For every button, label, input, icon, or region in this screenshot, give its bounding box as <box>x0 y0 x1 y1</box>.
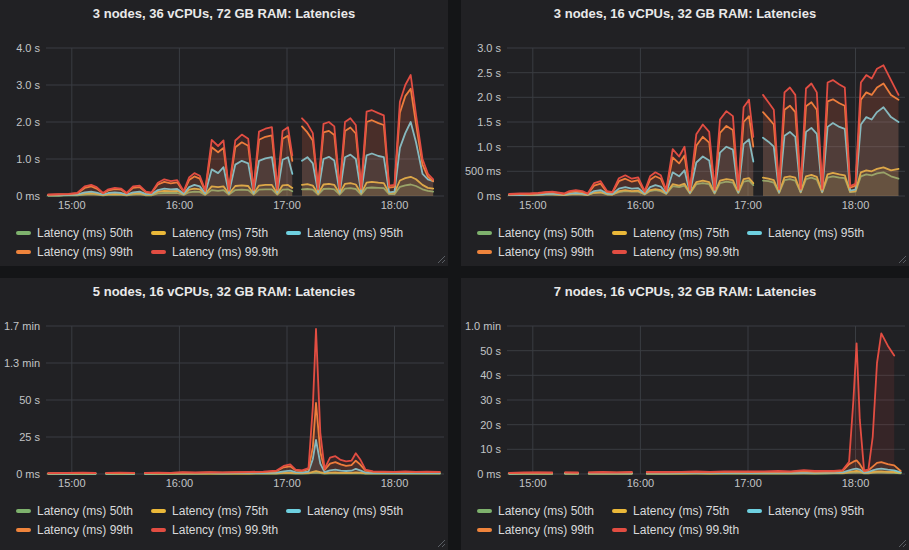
y-axis-tick-label: 25 s <box>19 431 40 443</box>
legend-item-latency-95th[interactable]: Latency (ms) 95th <box>747 227 864 239</box>
series-area-latency-99-9th <box>145 329 440 474</box>
x-axis-tick-label: 15:00 <box>58 199 86 211</box>
legend-label: Latency (ms) 99th <box>498 246 594 258</box>
x-axis-tick-label: 17:00 <box>734 477 762 489</box>
panel-resize-handle[interactable] <box>897 254 907 264</box>
x-axis-tick-label: 18:00 <box>842 477 870 489</box>
y-axis-tick-label: 0 ms <box>16 190 40 202</box>
legend-label: Latency (ms) 50th <box>37 227 133 239</box>
legend-swatch-latency-75th <box>151 509 166 513</box>
legend-swatch-latency-95th <box>286 231 301 235</box>
x-axis-tick-label: 18:00 <box>381 199 409 211</box>
y-axis-tick-label: 1.0 min <box>465 320 501 332</box>
legend-row: Latency (ms) 50thLatency (ms) 75thLatenc… <box>477 223 909 242</box>
y-axis-tick-label: 50 s <box>19 394 40 406</box>
latency-chart[interactable]: 0 ms10 s20 s30 s40 s50 s1.0 min15:0016:0… <box>461 310 909 498</box>
legend: Latency (ms) 50thLatency (ms) 75thLatenc… <box>0 498 448 539</box>
y-axis-tick-label: 40 s <box>480 369 501 381</box>
y-axis-tick-label: 20 s <box>480 419 501 431</box>
latency-chart[interactable]: 0 ms500 ms1.0 s1.5 s2.0 s2.5 s3.0 s15:00… <box>461 32 909 220</box>
panel-title[interactable]: 5 nodes, 16 vCPUs, 32 GB RAM: Latencies <box>0 278 448 310</box>
x-axis-tick-label: 16:00 <box>166 199 194 211</box>
latency-chart[interactable]: 0 ms1.0 s2.0 s3.0 s4.0 s15:0016:0017:001… <box>0 32 448 220</box>
legend-swatch-latency-50th <box>16 231 31 235</box>
legend-swatch-latency-99th <box>477 250 492 254</box>
series-area-latency-99-9th <box>509 100 753 196</box>
legend-label: Latency (ms) 75th <box>633 227 729 239</box>
legend-item-latency-99th[interactable]: Latency (ms) 99th <box>477 246 594 258</box>
dashboard-grid: 3 nodes, 36 vCPUs, 72 GB RAM: Latencies0… <box>0 0 909 550</box>
legend-label: Latency (ms) 99th <box>37 524 133 536</box>
panel-title[interactable]: 3 nodes, 16 vCPUs, 32 GB RAM: Latencies <box>461 0 909 32</box>
legend-label: Latency (ms) 95th <box>768 227 864 239</box>
legend-item-latency-99-9th[interactable]: Latency (ms) 99.9th <box>612 524 739 536</box>
legend-row: Latency (ms) 99thLatency (ms) 99.9th <box>477 520 909 539</box>
legend-swatch-latency-95th <box>286 509 301 513</box>
x-axis-tick-label: 16:00 <box>627 477 655 489</box>
legend-label: Latency (ms) 99.9th <box>172 246 278 258</box>
legend-item-latency-95th[interactable]: Latency (ms) 95th <box>747 505 864 517</box>
legend-item-latency-99-9th[interactable]: Latency (ms) 99.9th <box>151 524 278 536</box>
latency-panel: 5 nodes, 16 vCPUs, 32 GB RAM: Latencies0… <box>0 278 448 550</box>
legend-item-latency-99th[interactable]: Latency (ms) 99th <box>16 524 133 536</box>
legend-label: Latency (ms) 75th <box>633 505 729 517</box>
legend-item-latency-99th[interactable]: Latency (ms) 99th <box>477 524 594 536</box>
legend-item-latency-75th[interactable]: Latency (ms) 75th <box>151 505 268 517</box>
legend-item-latency-50th[interactable]: Latency (ms) 50th <box>477 505 594 517</box>
legend-swatch-latency-50th <box>16 509 31 513</box>
y-axis-tick-label: 10 s <box>480 443 501 455</box>
x-axis-tick-label: 16:00 <box>166 477 194 489</box>
legend: Latency (ms) 50thLatency (ms) 75thLatenc… <box>461 498 909 539</box>
latency-chart[interactable]: 0 ms25 s50 s1.3 min1.7 min15:0016:0017:0… <box>0 310 448 498</box>
legend-row: Latency (ms) 50thLatency (ms) 75thLatenc… <box>477 501 909 520</box>
legend-swatch-latency-95th <box>747 509 762 513</box>
legend-row: Latency (ms) 99thLatency (ms) 99.9th <box>16 520 448 539</box>
legend-swatch-latency-99th <box>477 528 492 532</box>
legend-item-latency-99-9th[interactable]: Latency (ms) 99.9th <box>151 246 278 258</box>
legend-label: Latency (ms) 95th <box>307 505 403 517</box>
panel-resize-handle[interactable] <box>897 538 907 548</box>
panel-resize-handle[interactable] <box>436 538 446 548</box>
x-axis-tick-label: 15:00 <box>519 199 547 211</box>
legend-item-latency-50th[interactable]: Latency (ms) 50th <box>16 505 133 517</box>
legend-label: Latency (ms) 95th <box>768 505 864 517</box>
panel-resize-handle[interactable] <box>436 254 446 264</box>
x-axis-tick-label: 17:00 <box>273 477 301 489</box>
legend-item-latency-95th[interactable]: Latency (ms) 95th <box>286 505 403 517</box>
legend-item-latency-99-9th[interactable]: Latency (ms) 99.9th <box>612 246 739 258</box>
legend-item-latency-50th[interactable]: Latency (ms) 50th <box>477 227 594 239</box>
latency-panel: 3 nodes, 36 vCPUs, 72 GB RAM: Latencies0… <box>0 0 448 266</box>
legend-item-latency-95th[interactable]: Latency (ms) 95th <box>286 227 403 239</box>
legend-item-latency-75th[interactable]: Latency (ms) 75th <box>612 227 729 239</box>
legend-swatch-latency-99th <box>16 250 31 254</box>
y-axis-tick-label: 50 s <box>480 345 501 357</box>
x-axis-tick-label: 15:00 <box>519 477 547 489</box>
y-axis-tick-label: 3.0 s <box>16 79 40 91</box>
legend-item-latency-75th[interactable]: Latency (ms) 75th <box>612 505 729 517</box>
legend-swatch-latency-95th <box>747 231 762 235</box>
legend-label: Latency (ms) 95th <box>307 227 403 239</box>
y-axis-tick-label: 500 ms <box>465 165 502 177</box>
x-axis-tick-label: 17:00 <box>273 199 301 211</box>
legend: Latency (ms) 50thLatency (ms) 75thLatenc… <box>461 220 909 261</box>
legend-label: Latency (ms) 50th <box>498 505 594 517</box>
y-axis-tick-label: 4.0 s <box>16 42 40 54</box>
y-axis-tick-label: 0 ms <box>477 190 501 202</box>
y-axis-tick-label: 0 ms <box>16 468 40 480</box>
panel-title[interactable]: 7 nodes, 16 vCPUs, 32 GB RAM: Latencies <box>461 278 909 310</box>
y-axis-tick-label: 1.5 s <box>477 116 501 128</box>
legend-item-latency-75th[interactable]: Latency (ms) 75th <box>151 227 268 239</box>
y-axis-tick-label: 1.0 s <box>477 141 501 153</box>
legend-swatch-latency-75th <box>612 231 627 235</box>
legend-item-latency-99th[interactable]: Latency (ms) 99th <box>16 246 133 258</box>
legend-row: Latency (ms) 50thLatency (ms) 75thLatenc… <box>16 501 448 520</box>
legend-label: Latency (ms) 99th <box>498 524 594 536</box>
legend-swatch-latency-50th <box>477 509 492 513</box>
legend-swatch-latency-50th <box>477 231 492 235</box>
legend-label: Latency (ms) 50th <box>498 227 594 239</box>
legend-row: Latency (ms) 50thLatency (ms) 75thLatenc… <box>16 223 448 242</box>
x-axis-tick-label: 18:00 <box>842 199 870 211</box>
legend-item-latency-50th[interactable]: Latency (ms) 50th <box>16 227 133 239</box>
panel-title[interactable]: 3 nodes, 36 vCPUs, 72 GB RAM: Latencies <box>0 0 448 32</box>
y-axis-tick-label: 2.0 s <box>16 116 40 128</box>
